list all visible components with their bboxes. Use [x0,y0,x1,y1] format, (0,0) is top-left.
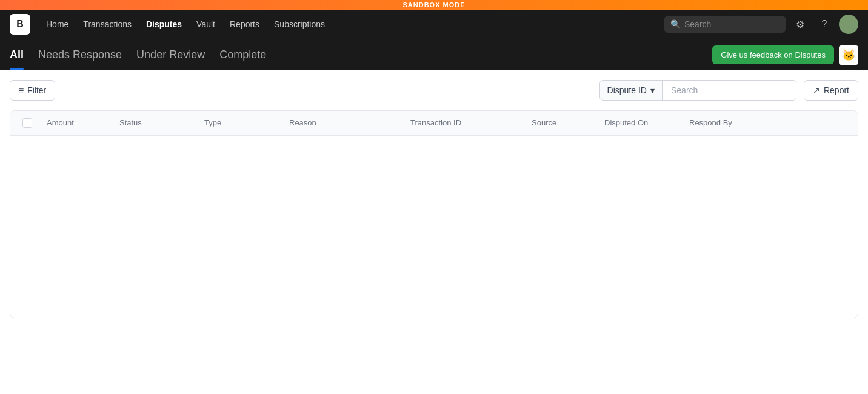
dispute-search-wrapper [663,81,796,100]
logo[interactable]: B [10,14,30,35]
feedback-button[interactable]: Give us feedback on Disputes [712,45,834,64]
nav-transactions[interactable]: Transactions [77,16,138,33]
tab-needs-response[interactable]: Needs Response [38,46,122,64]
face-emoji-icon: 🐱 [842,48,855,62]
dispute-search-input[interactable] [663,81,796,100]
main-content: ≡ Filter Dispute ID ▾ ↗ Report Amount St… [0,70,868,328]
export-icon: ↗ [813,85,820,95]
filter-button[interactable]: ≡ Filter [10,80,55,101]
dispute-tabs: All Needs Response Under Review Complete [10,46,712,64]
nav-vault[interactable]: Vault [190,16,221,33]
nav-links: Home Transactions Disputes Vault Reports… [40,16,662,33]
help-icon: ? [822,19,827,30]
global-search[interactable]: 🔍 [664,16,786,33]
table-header: Amount Status Type Reason Transaction ID… [10,111,858,136]
nav-reports[interactable]: Reports [224,16,265,33]
tab-under-review[interactable]: Under Review [136,46,205,64]
column-amount: Amount [42,111,115,135]
column-source: Source [527,111,599,135]
nav-subscriptions[interactable]: Subscriptions [268,16,331,33]
column-status: Status [115,111,199,135]
feedback-face-icon[interactable]: 🐱 [839,45,858,65]
search-icon: 🔍 [670,19,681,29]
select-all-checkbox[interactable] [22,118,32,128]
disputes-table: Amount Status Type Reason Transaction ID… [10,110,858,318]
top-navigation: B Home Transactions Disputes Vault Repor… [0,10,868,39]
dispute-id-dropdown[interactable]: Dispute ID ▾ [600,81,663,100]
chevron-down-icon: ▾ [650,85,655,95]
filter-icon: ≡ [19,85,24,95]
nav-home[interactable]: Home [40,16,75,33]
nav-right-controls: 🔍 ⚙ ? [664,15,858,34]
global-search-input[interactable] [684,19,780,29]
tab-all[interactable]: All [10,46,24,64]
nav-disputes[interactable]: Disputes [140,16,188,33]
column-disputed-on: Disputed On [599,111,684,135]
help-button[interactable]: ? [815,15,834,34]
settings-button[interactable]: ⚙ [790,15,810,34]
sub-navigation: All Needs Response Under Review Complete… [0,39,868,70]
search-dropdown: Dispute ID ▾ [599,80,796,101]
select-all-cell [18,111,42,135]
column-respond-by: Respond By [684,111,769,135]
column-type: Type [199,111,284,135]
sandbox-banner: SANDBOX MODE [0,0,868,10]
report-button[interactable]: ↗ Report [804,80,858,101]
gear-icon: ⚙ [796,19,804,30]
column-transaction-id: Transaction ID [406,111,527,135]
tab-complete[interactable]: Complete [219,46,266,64]
column-reason: Reason [284,111,406,135]
avatar[interactable] [839,15,858,34]
table-body [10,136,858,318]
filter-bar: ≡ Filter Dispute ID ▾ ↗ Report [10,80,858,101]
